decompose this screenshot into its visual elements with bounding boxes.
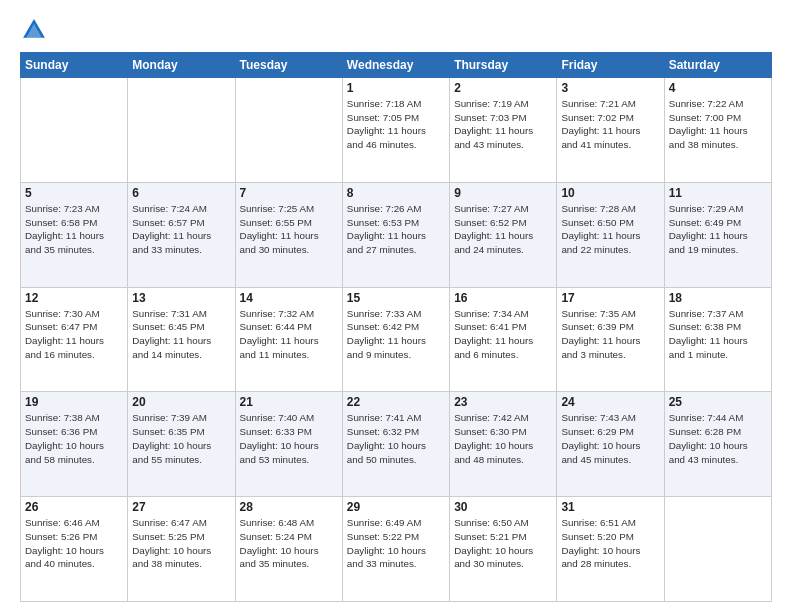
day-number: 13	[132, 291, 230, 305]
week-row-3: 12Sunrise: 7:30 AMSunset: 6:47 PMDayligh…	[21, 287, 772, 392]
header	[20, 16, 772, 44]
day-cell: 8Sunrise: 7:26 AMSunset: 6:53 PMDaylight…	[342, 182, 449, 287]
day-cell	[21, 78, 128, 183]
weekday-header-row: SundayMondayTuesdayWednesdayThursdayFrid…	[21, 53, 772, 78]
day-number: 7	[240, 186, 338, 200]
day-cell: 1Sunrise: 7:18 AMSunset: 7:05 PMDaylight…	[342, 78, 449, 183]
day-info: Sunrise: 7:31 AMSunset: 6:45 PMDaylight:…	[132, 307, 230, 362]
day-info: Sunrise: 6:48 AMSunset: 5:24 PMDaylight:…	[240, 516, 338, 571]
weekday-header-friday: Friday	[557, 53, 664, 78]
day-number: 21	[240, 395, 338, 409]
day-info: Sunrise: 7:28 AMSunset: 6:50 PMDaylight:…	[561, 202, 659, 257]
day-cell: 23Sunrise: 7:42 AMSunset: 6:30 PMDayligh…	[450, 392, 557, 497]
day-cell: 6Sunrise: 7:24 AMSunset: 6:57 PMDaylight…	[128, 182, 235, 287]
day-cell: 15Sunrise: 7:33 AMSunset: 6:42 PMDayligh…	[342, 287, 449, 392]
day-cell: 11Sunrise: 7:29 AMSunset: 6:49 PMDayligh…	[664, 182, 771, 287]
day-info: Sunrise: 7:29 AMSunset: 6:49 PMDaylight:…	[669, 202, 767, 257]
day-number: 3	[561, 81, 659, 95]
weekday-header-tuesday: Tuesday	[235, 53, 342, 78]
day-number: 16	[454, 291, 552, 305]
day-info: Sunrise: 6:50 AMSunset: 5:21 PMDaylight:…	[454, 516, 552, 571]
day-number: 9	[454, 186, 552, 200]
day-info: Sunrise: 7:25 AMSunset: 6:55 PMDaylight:…	[240, 202, 338, 257]
day-info: Sunrise: 7:21 AMSunset: 7:02 PMDaylight:…	[561, 97, 659, 152]
day-info: Sunrise: 7:27 AMSunset: 6:52 PMDaylight:…	[454, 202, 552, 257]
day-cell: 19Sunrise: 7:38 AMSunset: 6:36 PMDayligh…	[21, 392, 128, 497]
day-number: 30	[454, 500, 552, 514]
day-cell: 29Sunrise: 6:49 AMSunset: 5:22 PMDayligh…	[342, 497, 449, 602]
day-cell: 13Sunrise: 7:31 AMSunset: 6:45 PMDayligh…	[128, 287, 235, 392]
day-cell: 9Sunrise: 7:27 AMSunset: 6:52 PMDaylight…	[450, 182, 557, 287]
weekday-header-thursday: Thursday	[450, 53, 557, 78]
weekday-header-monday: Monday	[128, 53, 235, 78]
day-cell: 31Sunrise: 6:51 AMSunset: 5:20 PMDayligh…	[557, 497, 664, 602]
day-cell: 16Sunrise: 7:34 AMSunset: 6:41 PMDayligh…	[450, 287, 557, 392]
day-cell: 18Sunrise: 7:37 AMSunset: 6:38 PMDayligh…	[664, 287, 771, 392]
day-cell: 5Sunrise: 7:23 AMSunset: 6:58 PMDaylight…	[21, 182, 128, 287]
day-number: 25	[669, 395, 767, 409]
day-cell: 25Sunrise: 7:44 AMSunset: 6:28 PMDayligh…	[664, 392, 771, 497]
day-number: 2	[454, 81, 552, 95]
day-cell: 30Sunrise: 6:50 AMSunset: 5:21 PMDayligh…	[450, 497, 557, 602]
day-number: 5	[25, 186, 123, 200]
day-info: Sunrise: 7:33 AMSunset: 6:42 PMDaylight:…	[347, 307, 445, 362]
day-cell	[235, 78, 342, 183]
day-number: 19	[25, 395, 123, 409]
day-number: 15	[347, 291, 445, 305]
day-number: 11	[669, 186, 767, 200]
day-cell: 17Sunrise: 7:35 AMSunset: 6:39 PMDayligh…	[557, 287, 664, 392]
day-number: 24	[561, 395, 659, 409]
day-info: Sunrise: 7:26 AMSunset: 6:53 PMDaylight:…	[347, 202, 445, 257]
day-info: Sunrise: 7:22 AMSunset: 7:00 PMDaylight:…	[669, 97, 767, 152]
day-info: Sunrise: 7:43 AMSunset: 6:29 PMDaylight:…	[561, 411, 659, 466]
day-info: Sunrise: 7:44 AMSunset: 6:28 PMDaylight:…	[669, 411, 767, 466]
day-number: 6	[132, 186, 230, 200]
day-info: Sunrise: 7:42 AMSunset: 6:30 PMDaylight:…	[454, 411, 552, 466]
week-row-4: 19Sunrise: 7:38 AMSunset: 6:36 PMDayligh…	[21, 392, 772, 497]
day-cell: 4Sunrise: 7:22 AMSunset: 7:00 PMDaylight…	[664, 78, 771, 183]
day-info: Sunrise: 7:32 AMSunset: 6:44 PMDaylight:…	[240, 307, 338, 362]
week-row-2: 5Sunrise: 7:23 AMSunset: 6:58 PMDaylight…	[21, 182, 772, 287]
logo-icon	[20, 16, 48, 44]
day-info: Sunrise: 7:30 AMSunset: 6:47 PMDaylight:…	[25, 307, 123, 362]
weekday-header-sunday: Sunday	[21, 53, 128, 78]
day-number: 12	[25, 291, 123, 305]
day-cell: 7Sunrise: 7:25 AMSunset: 6:55 PMDaylight…	[235, 182, 342, 287]
day-info: Sunrise: 7:23 AMSunset: 6:58 PMDaylight:…	[25, 202, 123, 257]
page: SundayMondayTuesdayWednesdayThursdayFrid…	[0, 0, 792, 612]
day-cell: 24Sunrise: 7:43 AMSunset: 6:29 PMDayligh…	[557, 392, 664, 497]
day-info: Sunrise: 7:35 AMSunset: 6:39 PMDaylight:…	[561, 307, 659, 362]
week-row-5: 26Sunrise: 6:46 AMSunset: 5:26 PMDayligh…	[21, 497, 772, 602]
day-number: 28	[240, 500, 338, 514]
day-info: Sunrise: 7:34 AMSunset: 6:41 PMDaylight:…	[454, 307, 552, 362]
day-cell: 28Sunrise: 6:48 AMSunset: 5:24 PMDayligh…	[235, 497, 342, 602]
day-cell: 2Sunrise: 7:19 AMSunset: 7:03 PMDaylight…	[450, 78, 557, 183]
day-number: 26	[25, 500, 123, 514]
day-info: Sunrise: 7:18 AMSunset: 7:05 PMDaylight:…	[347, 97, 445, 152]
day-cell: 27Sunrise: 6:47 AMSunset: 5:25 PMDayligh…	[128, 497, 235, 602]
day-cell: 20Sunrise: 7:39 AMSunset: 6:35 PMDayligh…	[128, 392, 235, 497]
day-cell	[664, 497, 771, 602]
day-cell: 14Sunrise: 7:32 AMSunset: 6:44 PMDayligh…	[235, 287, 342, 392]
day-cell: 12Sunrise: 7:30 AMSunset: 6:47 PMDayligh…	[21, 287, 128, 392]
day-number: 22	[347, 395, 445, 409]
weekday-header-wednesday: Wednesday	[342, 53, 449, 78]
day-number: 23	[454, 395, 552, 409]
day-number: 8	[347, 186, 445, 200]
day-number: 18	[669, 291, 767, 305]
day-info: Sunrise: 7:40 AMSunset: 6:33 PMDaylight:…	[240, 411, 338, 466]
day-info: Sunrise: 7:37 AMSunset: 6:38 PMDaylight:…	[669, 307, 767, 362]
day-info: Sunrise: 7:38 AMSunset: 6:36 PMDaylight:…	[25, 411, 123, 466]
day-number: 4	[669, 81, 767, 95]
day-number: 20	[132, 395, 230, 409]
day-number: 1	[347, 81, 445, 95]
day-cell: 3Sunrise: 7:21 AMSunset: 7:02 PMDaylight…	[557, 78, 664, 183]
day-number: 17	[561, 291, 659, 305]
logo	[20, 16, 52, 44]
week-row-1: 1Sunrise: 7:18 AMSunset: 7:05 PMDaylight…	[21, 78, 772, 183]
day-info: Sunrise: 7:41 AMSunset: 6:32 PMDaylight:…	[347, 411, 445, 466]
day-cell: 10Sunrise: 7:28 AMSunset: 6:50 PMDayligh…	[557, 182, 664, 287]
day-info: Sunrise: 7:24 AMSunset: 6:57 PMDaylight:…	[132, 202, 230, 257]
day-info: Sunrise: 7:19 AMSunset: 7:03 PMDaylight:…	[454, 97, 552, 152]
day-info: Sunrise: 6:51 AMSunset: 5:20 PMDaylight:…	[561, 516, 659, 571]
